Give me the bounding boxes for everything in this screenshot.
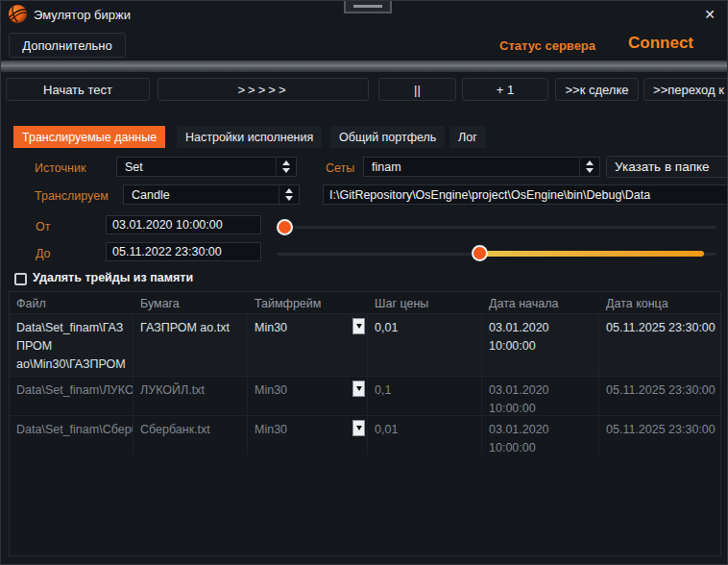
title-bar: Эмулятор биржи ✕ — [1, 1, 727, 28]
cell-price-step: 0,01 — [368, 416, 482, 454]
remove-trades-checkbox[interactable] — [14, 273, 27, 285]
securities-table: Файл Бумага Таймфрейм Шаг цены Дата нача… — [9, 291, 721, 556]
col-header-paper: Бумага — [133, 292, 248, 313]
spinner-icon[interactable] — [579, 158, 599, 176]
timeframe-dropdown-button[interactable] — [352, 318, 365, 334]
plus-one-button[interactable]: + 1 — [462, 78, 548, 101]
cell-date-end: 05.11.2025 23:30:00 — [599, 416, 721, 454]
cell-timeframe: Min30 — [248, 377, 368, 415]
col-header-timeframe: Таймфрейм — [248, 292, 368, 313]
table-header-row: Файл Бумага Таймфрейм Шаг цены Дата нача… — [10, 292, 720, 313]
cell-paper: Сбербанк.txt — [133, 416, 248, 454]
translate-value: Candle — [124, 188, 279, 202]
table-row[interactable]: Data\Set_finam\Сбербанк\Min30\Сбербанк.t… — [10, 415, 720, 454]
additional-button[interactable]: Дополнительно — [9, 33, 126, 58]
from-slider-thumb[interactable] — [277, 219, 293, 235]
select-folder-button[interactable]: Указать в папке — [606, 156, 728, 178]
timeframe-value: Min30 — [255, 383, 287, 397]
start-test-button[interactable]: Начать тест — [6, 78, 150, 101]
fast-forward-button[interactable]: >>>>> — [158, 78, 369, 101]
cell-file: Data\Set_finam\ГАЗПРОМ ao\Min30\ГАЗПРОМ … — [10, 314, 133, 376]
pause-button[interactable]: || — [378, 78, 456, 101]
connect-button[interactable]: Connect — [628, 34, 693, 53]
go-to-date-button[interactable]: >>переход к — [643, 78, 728, 101]
spinner-icon[interactable] — [279, 185, 299, 204]
tab-common-portfolio[interactable]: Общий портфель — [330, 126, 445, 148]
table-row[interactable]: Data\Set_finam\ГАЗПРОМ ao\Min30\ГАЗПРОМ … — [10, 313, 720, 376]
to-slider-thumb[interactable] — [472, 245, 488, 261]
col-header-file: Файл — [10, 292, 133, 313]
source-value: Set — [117, 160, 276, 174]
sets-value: finam — [364, 160, 579, 174]
cell-timeframe: Min30 — [248, 416, 368, 454]
remove-trades-label: Удалять трейды из памяти — [33, 271, 193, 284]
col-header-date-start: Дата начала — [482, 292, 599, 313]
cell-file: Data\Set_finam\Сбербанк\Min30\Сбербанк.t… — [10, 416, 133, 454]
cell-date-start: 03.01.2020 10:00:00 — [482, 314, 599, 376]
cell-paper: ЛУКОЙЛ.txt — [133, 377, 248, 415]
to-deal-button[interactable]: >>к сделке — [555, 78, 639, 101]
server-status-label: Статус сервера — [499, 38, 595, 53]
from-label: От — [36, 220, 50, 233]
cell-price-step: 0,01 — [368, 314, 482, 376]
sets-combobox[interactable]: finam — [363, 157, 600, 177]
cell-paper: ГАЗПРОМ ao.txt — [133, 314, 248, 376]
to-slider-fill — [481, 251, 704, 257]
to-date-field[interactable]: 05.11.2022 23:30:00 — [106, 242, 261, 261]
timeframe-value: Min30 — [255, 321, 287, 334]
timeframe-dropdown-button[interactable] — [352, 420, 365, 436]
window-title: Эмулятор биржи — [34, 8, 131, 22]
cell-timeframe: Min30 — [248, 314, 368, 376]
tab-log[interactable]: Лог — [449, 126, 486, 148]
source-label: Источник — [35, 161, 85, 175]
data-path-field[interactable]: I:\GitRepository\OsEngine\project\OsEngi… — [323, 184, 728, 205]
table-row[interactable]: Data\Set_finam\ЛУКОЙЛ\Min30\ЛУКОЙЛ.txt Л… — [10, 376, 720, 415]
cell-date-start: 03.01.2020 10:00:00 — [482, 416, 599, 454]
col-header-price-step: Шаг цены — [368, 292, 482, 313]
to-label: До — [36, 247, 51, 260]
progress-bar — [1, 61, 727, 72]
timeframe-dropdown-button[interactable] — [352, 381, 365, 397]
sets-label: Сеты — [326, 161, 354, 175]
osengine-logo-icon — [8, 4, 28, 24]
cell-date-start: 03.01.2020 10:00:00 — [482, 377, 599, 415]
close-icon[interactable]: ✕ — [701, 6, 718, 23]
translate-combobox[interactable]: Candle — [123, 184, 300, 205]
tab-execution-settings[interactable]: Настройки исполнения — [177, 126, 322, 148]
tab-translated-data[interactable]: Транслируемые данные — [13, 126, 165, 148]
cell-file: Data\Set_finam\ЛУКОЙЛ\Min30\ЛУКОЙЛ.txt — [10, 377, 133, 415]
cell-price-step: 0,1 — [368, 377, 482, 415]
from-date-field[interactable]: 03.01.2020 10:00:00 — [106, 215, 261, 234]
cell-date-end: 05.11.2025 23:30:00 — [599, 377, 721, 415]
spinner-icon[interactable] — [276, 158, 296, 176]
source-combobox[interactable]: Set — [116, 157, 297, 177]
cell-date-end: 05.11.2025 23:30:00 — [599, 314, 721, 376]
from-slider-track[interactable] — [277, 226, 716, 229]
exchange-emulator-window: Эмулятор биржи ✕ Дополнительно Статус се… — [0, 0, 728, 565]
col-header-date-end: Дата конца — [599, 292, 721, 313]
translate-label: Транслируем — [35, 189, 109, 203]
timeframe-value: Min30 — [255, 423, 287, 436]
window-drag-handle[interactable] — [344, 0, 392, 13]
